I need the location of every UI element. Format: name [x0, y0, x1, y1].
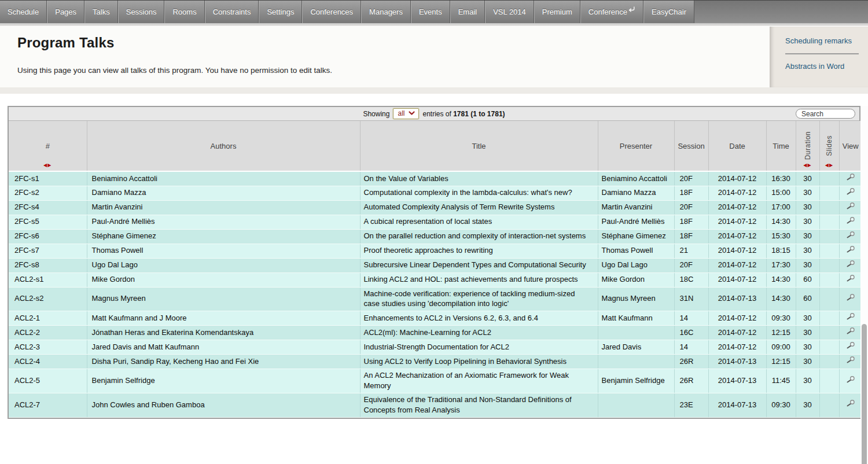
time-cell: 17:00 [766, 200, 796, 215]
entries-range: 1781 (1 to 1781) [453, 110, 505, 118]
slides-cell [819, 355, 839, 369]
slides-cell [819, 186, 839, 200]
talk-id-cell: 2FC-s7 [9, 244, 87, 258]
nav-tab-label: Conferences [310, 8, 353, 16]
presenter-cell: Beniamino Accattoli [598, 171, 674, 186]
column-header-slides: Slides◀▶ [819, 121, 839, 171]
slides-cell [819, 326, 839, 340]
nav-tab-conferences[interactable]: Conferences [302, 1, 361, 23]
view-cell [839, 326, 862, 340]
page-scrollbar[interactable] [860, 106, 868, 464]
time-cell: 11:45 [766, 369, 796, 393]
talk-id-cell: 2FC-s6 [9, 229, 87, 244]
view-talk-icon[interactable] [846, 341, 855, 349]
nav-tab-easychair[interactable]: EasyChair [643, 1, 694, 23]
duration-cell: 30 [796, 311, 819, 326]
talk-id-cell: 2FC-s8 [9, 258, 87, 272]
side-panel: Scheduling remarks Abstracts in Word [770, 27, 868, 87]
sort-arrows-duration[interactable]: ◀▶ [796, 163, 819, 168]
nav-tab-rooms[interactable]: Rooms [164, 1, 204, 23]
column-header-label: Presenter [620, 142, 652, 150]
session-cell: 18C [674, 272, 708, 287]
session-cell: 18F [674, 229, 708, 244]
authors-cell: Damiano Mazza [87, 186, 360, 200]
presenter-cell: Mike Gordon [598, 272, 674, 287]
date-cell: 2014-07-13 [708, 393, 766, 418]
slides-cell [819, 215, 839, 229]
authors-cell: Stéphane Gimenez [87, 229, 360, 244]
session-cell: 14 [674, 340, 708, 355]
view-talk-icon[interactable] [846, 245, 855, 253]
talk-id-cell: ACL2-s2 [9, 287, 87, 311]
duration-cell: 30 [796, 186, 819, 200]
presenter-cell: Stéphane Gimenez [598, 229, 674, 244]
view-talk-icon[interactable] [846, 327, 855, 335]
nav-tab-managers[interactable]: Managers [361, 1, 411, 23]
view-cell [839, 311, 862, 326]
view-talk-icon[interactable] [846, 202, 855, 210]
slides-cell [819, 369, 839, 393]
view-talk-icon[interactable] [846, 356, 855, 364]
view-talk-icon[interactable] [846, 274, 855, 282]
nav-tab-settings[interactable]: Settings [259, 1, 302, 23]
time-cell: 09:30 [766, 393, 796, 418]
view-talk-icon[interactable] [846, 312, 855, 321]
duration-cell: 30 [796, 340, 819, 355]
view-talk-icon[interactable] [846, 375, 855, 384]
view-talk-icon[interactable] [846, 231, 855, 239]
slides-cell [819, 244, 839, 258]
nav-tab-talks[interactable]: Talks [84, 1, 118, 23]
scrollbar-thumb[interactable] [862, 324, 867, 464]
return-arrow-icon [628, 6, 635, 12]
nav-tab-vsl-2014[interactable]: VSL 2014 [485, 1, 534, 23]
view-talk-icon[interactable] [846, 173, 855, 181]
table-header-row: #◀▶ Authors Title Presenter Session Date… [9, 121, 862, 171]
sort-arrows-number[interactable]: ◀▶ [9, 163, 87, 168]
entries-per-page-select[interactable]: all [393, 108, 419, 119]
table-row: ACL2-7John Cowles and Ruben GamboaEquiva… [9, 393, 862, 418]
column-header-label: Time [773, 142, 789, 150]
sort-arrows-slides[interactable]: ◀▶ [820, 163, 839, 168]
title-cell: Using ACL2 to Verify Loop Pipelining in … [360, 355, 598, 369]
nav-tab-events[interactable]: Events [411, 1, 450, 23]
date-cell: 2014-07-12 [708, 171, 766, 186]
nav-tab-label: Sessions [126, 8, 157, 16]
title-cell: Subrecursive Linear Dependent Types and … [360, 258, 598, 272]
nav-tab-premium[interactable]: Premium [534, 1, 580, 23]
slides-cell [819, 171, 839, 186]
abstracts-in-word-link[interactable]: Abstracts in Word [785, 62, 861, 71]
nav-tab-email[interactable]: Email [450, 1, 486, 23]
presenter-cell: Ugo Dal Lago [598, 258, 674, 272]
search-input[interactable] [796, 109, 855, 119]
nav-tab-constraints[interactable]: Constraints [205, 1, 259, 23]
session-cell: 20F [674, 200, 708, 215]
time-cell: 12:15 [766, 355, 796, 369]
slides-cell [819, 311, 839, 326]
presenter-cell: Paul-André Melliès [598, 215, 674, 229]
duration-cell: 30 [796, 244, 819, 258]
session-cell: 26R [674, 369, 708, 393]
view-cell [839, 200, 862, 215]
top-nav: SchedulePagesTalksSessionsRoomsConstrain… [0, 0, 868, 23]
view-talk-icon[interactable] [846, 216, 855, 224]
presenter-cell [598, 355, 674, 369]
showing-group: Showing all entries of 1781 (1 to 1781) [363, 108, 505, 119]
talk-id-cell: ACL2-1 [9, 311, 87, 326]
presenter-cell: Jared Davis [598, 340, 674, 355]
nav-tab-conference[interactable]: Conference [580, 1, 643, 23]
nav-tab-schedule[interactable]: Schedule [0, 1, 47, 23]
view-talk-icon[interactable] [846, 293, 855, 301]
scheduling-remarks-link[interactable]: Scheduling remarks [785, 36, 861, 45]
date-cell: 2014-07-13 [708, 355, 766, 369]
nav-tab-sessions[interactable]: Sessions [118, 1, 165, 23]
view-talk-icon[interactable] [846, 399, 855, 407]
talk-id-cell: 2FC-s1 [9, 171, 87, 186]
date-cell: 2014-07-12 [708, 215, 766, 229]
nav-tab-pages[interactable]: Pages [47, 1, 84, 23]
talks-table-body: 2FC-s1Beniamino AccattoliOn the Value of… [9, 171, 862, 417]
view-cell [839, 258, 862, 272]
title-cell: ACL2(ml): Machine-Learning for ACL2 [360, 326, 598, 340]
view-talk-icon[interactable] [846, 260, 855, 268]
authors-cell: Magnus Myreen [87, 287, 360, 311]
view-talk-icon[interactable] [846, 187, 855, 196]
